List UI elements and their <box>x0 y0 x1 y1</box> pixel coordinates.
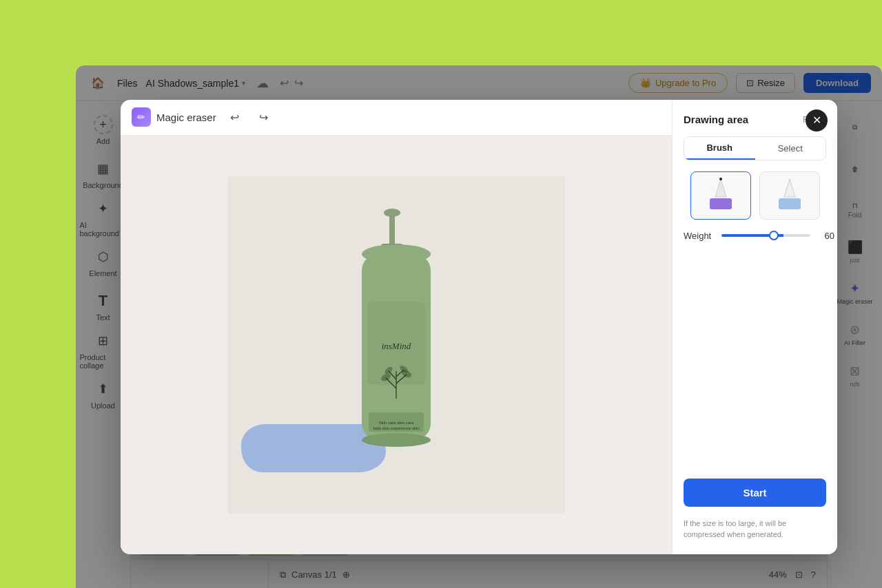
start-button[interactable]: Start <box>684 479 826 507</box>
modal-close-button[interactable]: ✕ <box>806 109 828 132</box>
svg-text:Skin care skin care: Skin care skin care <box>379 421 414 425</box>
product-canvas-wrapper: insMind <box>227 176 565 514</box>
app-window: 🏠 Files AI Shadows_sample1 ▾ ☁ ↩ ↪ 👑 Upg… <box>76 65 882 588</box>
drawing-area-label: Drawing area <box>684 114 748 125</box>
modal-right-panel: Drawing area Reset Brush Select <box>672 100 837 554</box>
redo-icon: ↪ <box>259 111 268 124</box>
brush-select-toggle: Brush Select <box>684 136 826 160</box>
brush-toggle-button[interactable]: Brush <box>684 137 755 160</box>
svg-marker-20 <box>715 179 726 197</box>
product-bottle-svg: insMind <box>320 206 472 481</box>
svg-text:help skin experience skin: help skin experience skin <box>373 426 419 430</box>
weight-row: Weight 60 <box>684 231 826 241</box>
svg-point-21 <box>719 178 722 180</box>
bottle-container: insMind <box>320 206 472 484</box>
select-icon-svg <box>769 176 810 214</box>
select-tool-option[interactable] <box>759 171 820 220</box>
modal-magic-eraser: ✕ ✏ Magic eraser ↩ ↪ <box>121 100 837 554</box>
select-toggle-button[interactable]: Select <box>755 137 826 160</box>
svg-rect-24 <box>779 198 801 209</box>
modal-tool-label: ✏ Magic eraser <box>132 107 216 127</box>
magic-eraser-tool-icon: ✏ <box>132 107 151 127</box>
modal-canvas[interactable]: insMind <box>121 136 672 554</box>
svg-point-1 <box>384 209 400 217</box>
svg-point-19 <box>362 433 431 447</box>
modal-canvas-area: ✏ Magic eraser ↩ ↪ <box>121 100 672 554</box>
svg-text:insMind: insMind <box>382 341 411 351</box>
panel-header: Drawing area Reset <box>684 114 826 125</box>
panel-note: If the size is too large, it will be com… <box>684 518 826 540</box>
brush-visual <box>691 172 750 219</box>
weight-slider[interactable] <box>721 234 810 237</box>
undo-icon: ↩ <box>230 111 239 124</box>
svg-rect-0 <box>389 213 395 247</box>
tool-options <box>684 171 826 220</box>
close-icon: ✕ <box>812 114 821 127</box>
modal-overlay: ✕ ✏ Magic eraser ↩ ↪ <box>76 65 882 588</box>
modal-undo-button[interactable]: ↩ <box>225 107 245 127</box>
weight-value: 60 <box>817 231 834 241</box>
svg-point-4 <box>362 244 431 264</box>
weight-label: Weight <box>684 231 715 241</box>
brush-icon-svg <box>700 176 741 214</box>
modal-toolbar: ✏ Magic eraser ↩ ↪ <box>121 100 672 136</box>
svg-marker-23 <box>784 179 795 197</box>
select-visual <box>760 172 819 219</box>
svg-rect-22 <box>710 198 732 209</box>
brush-tool-option[interactable] <box>690 171 751 220</box>
modal-redo-button[interactable]: ↪ <box>254 107 274 127</box>
